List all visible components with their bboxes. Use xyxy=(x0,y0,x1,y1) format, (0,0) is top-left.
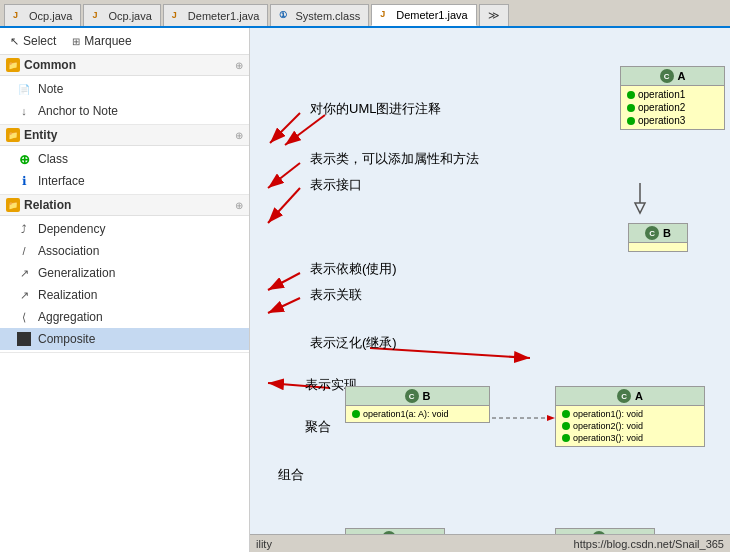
uml-box-b-mid[interactable]: C B operation1(a: A): void xyxy=(345,386,490,423)
uml-box-a-top[interactable]: C A operation1 operation2 operation3 xyxy=(620,66,725,130)
section-relation-items: Dependency Association Generalization Re… xyxy=(0,216,249,352)
annotation-dependency: 表示依赖(使用) xyxy=(310,260,397,278)
tab-java-icon3: J xyxy=(172,10,184,22)
common-folder-icon: 📁 xyxy=(6,58,20,72)
palette-item-association[interactable]: Association xyxy=(0,240,249,262)
svg-line-1 xyxy=(270,113,300,143)
svg-line-5 xyxy=(268,298,300,313)
green-dot-icon xyxy=(627,104,635,112)
uml-box-a-mid[interactable]: C A operation1(): void operation2(): voi… xyxy=(555,386,705,447)
section-relation: 📁 Relation ⊕ Dependency Association Gene… xyxy=(0,195,249,353)
green-dot-icon xyxy=(562,410,570,418)
method-row: operation3(): void xyxy=(562,432,698,444)
select-tool[interactable]: Select xyxy=(6,32,60,50)
uml-box-b-mid-title: B xyxy=(423,390,431,402)
palette-item-dependency[interactable]: Dependency xyxy=(0,218,249,240)
aggregation-label: Aggregation xyxy=(38,310,103,324)
section-common-items: 📄 Note Anchor to Note xyxy=(0,76,249,124)
method-row: operation3 xyxy=(627,114,718,127)
class-icon: ⊕ xyxy=(16,151,32,167)
uml-box-a-mid-header: C A xyxy=(556,387,704,406)
anchor-label: Anchor to Note xyxy=(38,104,118,118)
tab-system[interactable]: ① System.class xyxy=(270,4,369,26)
tab-class-icon: ① xyxy=(279,10,291,22)
tab-demeter2[interactable]: J Demeter1.java xyxy=(371,4,477,26)
tab-ocp2-label: Ocp.java xyxy=(108,10,151,22)
note-label: Note xyxy=(38,82,63,96)
realization-label: Realization xyxy=(38,288,97,302)
palette-item-realization[interactable]: Realization xyxy=(0,284,249,306)
status-bar: ility https://blog.csdn.net/Snail_365 xyxy=(250,534,730,552)
relation-pin-icon: ⊕ xyxy=(235,200,243,211)
tab-ocp1-label: Ocp.java xyxy=(29,10,72,22)
class-circle-icon: C xyxy=(645,226,659,240)
class-circle-icon: C xyxy=(617,389,631,403)
marquee-label: Marquee xyxy=(84,34,131,48)
status-right: https://blog.csdn.net/Snail_365 xyxy=(272,538,724,550)
section-entity-header[interactable]: 📁 Entity ⊕ xyxy=(0,125,249,146)
green-dot-icon xyxy=(562,422,570,430)
tab-ocp1[interactable]: J Ocp.java xyxy=(4,4,81,26)
uml-box-b-small-title: B xyxy=(663,227,671,239)
tab-system-label: System.class xyxy=(295,10,360,22)
entity-folder-icon: 📁 xyxy=(6,128,20,142)
select-label: Select xyxy=(23,34,56,48)
green-dot-icon xyxy=(562,434,570,442)
composite-label: Composite xyxy=(38,332,95,346)
left-panel: Select Marquee 📁 Common ⊕ 📄 Note xyxy=(0,28,250,552)
realization-icon xyxy=(16,287,32,303)
tab-java-icon2: J xyxy=(92,10,104,22)
generalization-icon xyxy=(16,265,32,281)
section-common-title: Common xyxy=(24,58,231,72)
tab-bar: J Ocp.java J Ocp.java J Demeter1.java ① … xyxy=(0,0,730,28)
tab-demeter1-label: Demeter1.java xyxy=(188,10,260,22)
select-icon xyxy=(10,34,19,48)
aggregation-icon xyxy=(16,309,32,325)
composite-icon xyxy=(16,331,32,347)
tab-demeter1[interactable]: J Demeter1.java xyxy=(163,4,269,26)
main-layout: Select Marquee 📁 Common ⊕ 📄 Note xyxy=(0,28,730,552)
annotation-composite: 组合 xyxy=(278,466,304,484)
section-common: 📁 Common ⊕ 📄 Note Anchor to Note xyxy=(0,55,249,125)
uml-box-a-mid-body: operation1(): void operation2(): void op… xyxy=(556,406,704,446)
section-relation-title: Relation xyxy=(24,198,231,212)
uml-box-a-top-title: A xyxy=(678,70,686,82)
svg-marker-10 xyxy=(635,203,645,213)
annotation-aggregation: 聚合 xyxy=(305,418,331,436)
palette-item-composite[interactable]: Composite xyxy=(0,328,249,350)
section-entity: 📁 Entity ⊕ ⊕ Class ℹ Interface xyxy=(0,125,249,195)
method-row: operation1(): void xyxy=(562,408,698,420)
tab-java-icon4: J xyxy=(380,9,392,21)
annotation-association: 表示关联 xyxy=(310,286,362,304)
svg-line-2 xyxy=(268,163,300,188)
entity-pin-icon: ⊕ xyxy=(235,130,243,141)
section-common-header[interactable]: 📁 Common ⊕ xyxy=(0,55,249,76)
dependency-icon xyxy=(16,221,32,237)
anchor-icon xyxy=(16,103,32,119)
tab-ocp2[interactable]: J Ocp.java xyxy=(83,4,160,26)
tab-more[interactable]: ≫ xyxy=(479,4,509,26)
uml-box-a-mid-title: A xyxy=(635,390,643,402)
class-circle-icon: C xyxy=(405,389,419,403)
green-dot-icon xyxy=(627,117,635,125)
common-pin-icon: ⊕ xyxy=(235,60,243,71)
section-relation-header[interactable]: 📁 Relation ⊕ xyxy=(0,195,249,216)
relation-folder-icon: 📁 xyxy=(6,198,20,212)
palette-item-anchor[interactable]: Anchor to Note xyxy=(0,100,249,122)
palette-item-interface[interactable]: ℹ Interface xyxy=(0,170,249,192)
marquee-tool[interactable]: Marquee xyxy=(68,32,135,50)
uml-box-b-small[interactable]: C B xyxy=(628,223,688,252)
uml-box-b-small-header: C B xyxy=(629,224,687,243)
svg-line-4 xyxy=(268,273,300,290)
uml-box-a-top-body: operation1 operation2 operation3 xyxy=(621,86,724,129)
status-left: ility xyxy=(256,538,272,550)
svg-line-11 xyxy=(285,115,325,145)
palette-item-class[interactable]: ⊕ Class xyxy=(0,148,249,170)
palette-item-generalization[interactable]: Generalization xyxy=(0,262,249,284)
annotation-generalization: 表示泛化(继承) xyxy=(310,334,397,352)
palette-item-aggregation[interactable]: Aggregation xyxy=(0,306,249,328)
dependency-label: Dependency xyxy=(38,222,105,236)
palette-item-note[interactable]: 📄 Note xyxy=(0,78,249,100)
canvas-area[interactable]: 对你的UML图进行注释 表示类，可以添加属性和方法 表示接口 表示依赖(使用) … xyxy=(250,28,730,552)
green-dot-icon xyxy=(352,410,360,418)
